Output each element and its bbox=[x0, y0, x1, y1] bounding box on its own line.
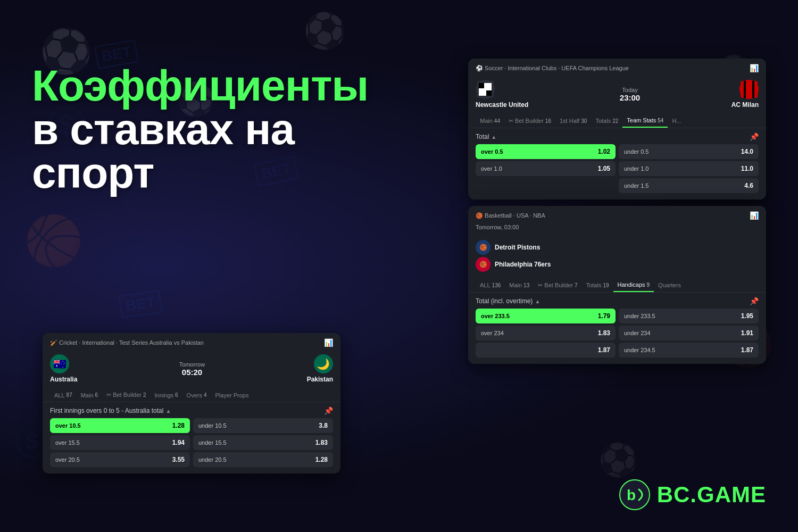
basketball-tab-handicaps-count: 9 bbox=[647, 282, 650, 288]
soccer-tab-teamstats[interactable]: Team Stats 54 bbox=[622, 114, 668, 128]
soccer-match-time: Today 23:00 bbox=[620, 87, 640, 102]
hero-title-line1: Коэффициенты bbox=[32, 64, 340, 107]
soccer-card-header: ⚽ Soccer · International Clubs · UEFA Ch… bbox=[468, 59, 766, 80]
soccer-tab-main-label: Main bbox=[480, 118, 493, 124]
basketball-card: 🏀 Basketball · USA · NBA 📊 Tomorrow, 03:… bbox=[468, 206, 766, 364]
soccer-tab-teamstats-label: Team Stats bbox=[627, 117, 656, 123]
cricket-tab-overs-label: Overs bbox=[187, 392, 202, 398]
cricket-over155-label: over 15.5 bbox=[55, 439, 80, 446]
cricket-tab-innings[interactable]: Innings 6 bbox=[151, 388, 182, 402]
soccer-total-arrow: ▲ bbox=[491, 134, 496, 140]
cricket-under205-odd: 1.28 bbox=[315, 456, 328, 463]
basketball-tab-all[interactable]: ALL 136 bbox=[476, 278, 505, 292]
soccer-bet-over10[interactable]: over 1.0 1.05 bbox=[476, 161, 616, 176]
svg-text:b: b bbox=[627, 487, 636, 503]
soccer-basketball-cards: ⚽ Soccer · International Clubs · UEFA Ch… bbox=[468, 59, 766, 364]
cricket-stats-icon: 📊 bbox=[324, 338, 333, 347]
soccer-breadcrumb-text: ⚽ Soccer · International Clubs · UEFA Ch… bbox=[476, 65, 629, 72]
basketball-bet-over234[interactable]: over 234 1.83 bbox=[476, 326, 616, 340]
basketball-tab-betbuilder[interactable]: ✂ Bet Builder 7 bbox=[534, 278, 581, 292]
basketball-bet-section: Total (incl. overtime) ▲ 📌 over 233.5 1.… bbox=[468, 293, 766, 364]
cricket-tab-playerprops[interactable]: Player Props bbox=[211, 388, 253, 402]
soccer-over10-odd: 1.05 bbox=[598, 165, 610, 172]
soccer-tab-1sthalf[interactable]: 1st Half 30 bbox=[555, 114, 591, 128]
cricket-bet-row-3: over 20.5 3.55 under 20.5 1.28 bbox=[50, 452, 333, 467]
cricket-tab-all[interactable]: ALL 87 bbox=[50, 388, 77, 402]
cricket-bet-over155[interactable]: over 15.5 1.94 bbox=[50, 435, 190, 450]
soccer-over05-odd: 1.02 bbox=[598, 148, 610, 155]
basketball-over2335-odd: 1.79 bbox=[598, 312, 610, 320]
soccer-tab-main[interactable]: Main 44 bbox=[476, 114, 504, 128]
soccer-tab-betbuilder[interactable]: ✂ Bet Builder 16 bbox=[504, 114, 555, 128]
cricket-bet-over105[interactable]: over 10.5 1.28 bbox=[50, 418, 190, 433]
basketball-tab-handicaps[interactable]: Handicaps 9 bbox=[613, 278, 654, 292]
cricket-match-time: Tomorrow 05:20 bbox=[179, 361, 205, 377]
soccer-tab-betbuilder-count: 16 bbox=[545, 118, 551, 124]
pistons-name: Detroit Pistons bbox=[495, 244, 540, 251]
cricket-tab-playerprops-label: Player Props bbox=[215, 392, 249, 398]
newcastle-crest bbox=[477, 81, 494, 98]
soccer-bet-under05[interactable]: under 0.5 14.0 bbox=[619, 144, 759, 159]
soccer-tabs[interactable]: Main 44 ✂ Bet Builder 16 1st Half 30 Tot… bbox=[468, 114, 766, 128]
soccer-match-day: Today bbox=[620, 87, 640, 93]
basketball-bet-over2335[interactable]: over 233.5 1.79 bbox=[476, 309, 616, 323]
soccer-under05-odd: 14.0 bbox=[741, 148, 753, 155]
basketball-bet-empty[interactable]: 1.87 bbox=[476, 343, 616, 358]
basketball-tab-totals[interactable]: Totals 19 bbox=[582, 278, 613, 292]
svg-rect-8 bbox=[486, 83, 492, 88]
cricket-tab-betbuilder[interactable]: ✂ Bet Builder 2 bbox=[102, 388, 150, 402]
cricket-tab-overs[interactable]: Overs 4 bbox=[182, 388, 211, 402]
cricket-tabs[interactable]: ALL 87 Main 6 ✂ Bet Builder 2 Innings 6 … bbox=[43, 388, 340, 402]
cricket-over205-label: over 20.5 bbox=[55, 456, 80, 463]
76ers-logo: 🏀 bbox=[476, 257, 491, 272]
cricket-teams: 🇦🇺 Australia Tomorrow 05:20 🌙 Pakistan bbox=[43, 354, 340, 388]
basketball-over2335-label: over 233.5 bbox=[481, 313, 510, 319]
basketball-tab-handicaps-label: Handicaps bbox=[618, 281, 645, 288]
cricket-card-header: 🏏 Cricket · International · Test Series … bbox=[43, 333, 340, 354]
cricket-bet-under155[interactable]: under 15.5 1.83 bbox=[193, 435, 333, 450]
cricket-card: 🏏 Cricket · International · Test Series … bbox=[43, 333, 340, 473]
cricket-bet-under205[interactable]: under 20.5 1.28 bbox=[193, 452, 333, 467]
cricket-breadcrumb: 🏏 Cricket · International · Test Series … bbox=[50, 338, 333, 347]
soccer-tab-more-label: H... bbox=[672, 118, 681, 124]
basketball-tabs[interactable]: ALL 136 Main 13 ✂ Bet Builder 7 Totals 1… bbox=[468, 278, 766, 293]
basketball-tab-main[interactable]: Main 13 bbox=[505, 278, 534, 292]
basketball-breadcrumb: 🏀 Basketball · USA · NBA 📊 bbox=[476, 211, 759, 220]
basketball-under234-label: under 234 bbox=[624, 330, 651, 336]
cricket-tab-innings-label: Innings bbox=[155, 392, 173, 398]
cricket-tab-main[interactable]: Main 6 bbox=[77, 388, 102, 402]
soccer-bet-over05[interactable]: over 0.5 1.02 bbox=[476, 144, 616, 159]
basketball-bet-under2335[interactable]: under 233.5 1.95 bbox=[619, 309, 759, 323]
basketball-bet-under234[interactable]: under 234 1.91 bbox=[619, 326, 759, 340]
basketball-section-title: Total (incl. overtime) ▲ 📌 bbox=[476, 297, 759, 305]
basketball-under2335-label: under 233.5 bbox=[624, 313, 655, 319]
cricket-match-day: Tomorrow bbox=[179, 361, 205, 368]
cricket-tab-main-count: 6 bbox=[95, 392, 98, 398]
cricket-bet-over205[interactable]: over 20.5 3.55 bbox=[50, 452, 190, 467]
basketball-tab-quarters[interactable]: Quarters bbox=[654, 278, 685, 292]
soccer-section-title: Total ▲ 📌 bbox=[476, 132, 759, 141]
basketball-bet-under2345[interactable]: under 234.5 1.87 bbox=[619, 343, 759, 358]
soccer-under15-label: under 1.5 bbox=[624, 182, 649, 189]
bcgame-logo: b BC.GAME bbox=[619, 479, 766, 511]
bcgame-icon-svg: b bbox=[619, 479, 651, 511]
soccer-tab-1sthalf-label: 1st Half bbox=[560, 118, 579, 124]
soccer-bet-under10[interactable]: under 1.0 11.0 bbox=[619, 161, 759, 176]
basketball-tab-quarters-label: Quarters bbox=[658, 282, 681, 288]
soccer-bet-under15[interactable]: under 1.5 4.6 bbox=[619, 178, 759, 193]
soccer-under05-label: under 0.5 bbox=[624, 148, 649, 155]
soccer-tab-more[interactable]: H... bbox=[668, 114, 685, 128]
cricket-under205-label: under 20.5 bbox=[198, 456, 227, 463]
cricket-under105-label: under 10.5 bbox=[198, 422, 227, 429]
cricket-match-hour: 05:20 bbox=[179, 368, 205, 377]
basketball-tab-all-label: ALL bbox=[480, 282, 491, 288]
cricket-bet-under105[interactable]: under 10.5 3.8 bbox=[193, 418, 333, 433]
cricket-section-title: First innings overs 0 to 5 - Australia t… bbox=[50, 406, 333, 415]
basketball-under2345-label: under 234.5 bbox=[624, 347, 655, 353]
soccer-tab-totals[interactable]: Totals 22 bbox=[591, 114, 622, 128]
acmilan-logo bbox=[739, 80, 759, 99]
soccer-bet-row-1: over 0.5 1.02 under 0.5 14.0 bbox=[476, 144, 759, 159]
pistons-logo: 🏀 bbox=[476, 240, 491, 255]
soccer-tab-1sthalf-count: 30 bbox=[581, 118, 587, 124]
cricket-tab-all-count: 87 bbox=[66, 392, 72, 398]
